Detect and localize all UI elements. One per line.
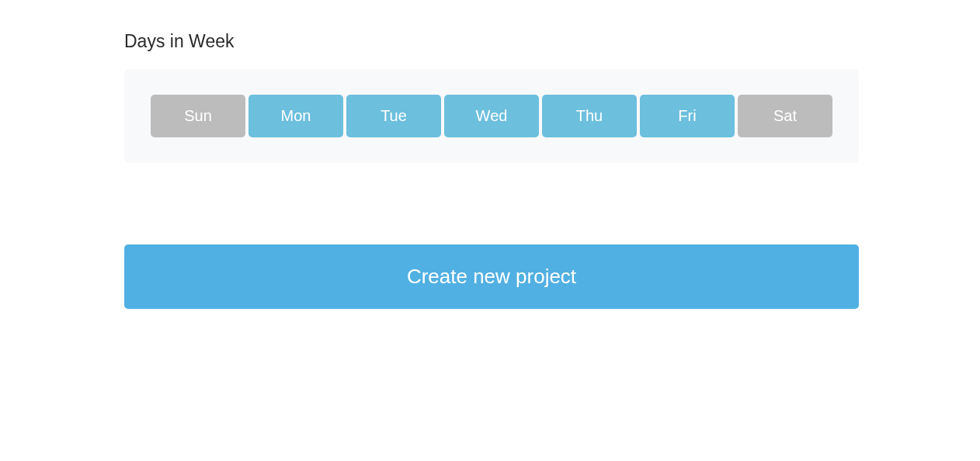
day-toggle-tue[interactable]: Tue [346, 95, 441, 137]
days-in-week-panel: Sun Mon Tue Wed Thu Fri Sat [124, 69, 859, 163]
day-toggle-thu[interactable]: Thu [542, 95, 637, 137]
day-toggle-wed[interactable]: Wed [444, 95, 539, 137]
day-toggle-sat[interactable]: Sat [738, 95, 832, 137]
day-toggle-fri[interactable]: Fri [640, 95, 735, 137]
submit-button-label: Create new project [407, 265, 576, 289]
day-label: Mon [281, 107, 311, 125]
section-title-days: Days in Week [124, 31, 859, 52]
day-label: Sat [773, 107, 797, 125]
day-label: Fri [678, 107, 696, 125]
day-label: Tue [381, 107, 407, 125]
day-toggle-mon[interactable]: Mon [248, 95, 343, 137]
day-label: Sun [184, 107, 212, 125]
day-toggle-sun[interactable]: Sun [151, 95, 245, 137]
form-section: Days in Week Sun Mon Tue Wed Thu Fri Sat… [124, 31, 859, 309]
day-label: Wed [476, 107, 508, 125]
create-new-project-button[interactable]: Create new project [124, 244, 859, 309]
submit-row: Create new project [124, 244, 859, 309]
day-label: Thu [576, 107, 603, 125]
